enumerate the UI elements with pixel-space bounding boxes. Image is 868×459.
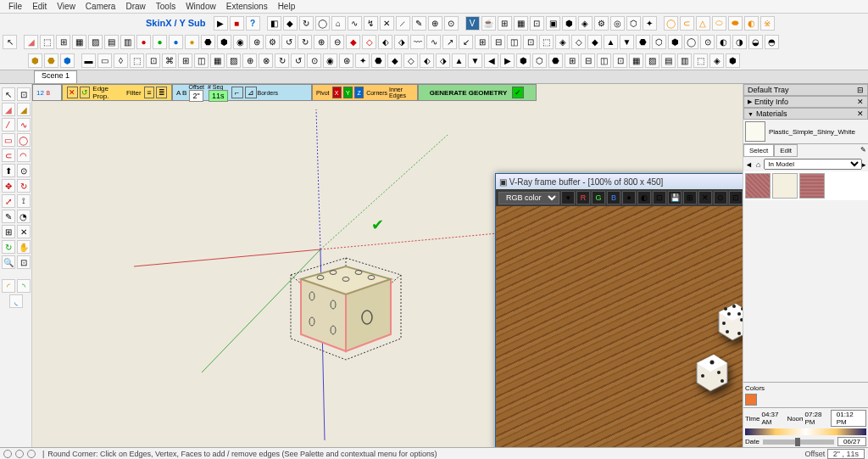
tool-icon[interactable]: ✎ bbox=[412, 16, 426, 31]
tool-icon[interactable]: ⊞ bbox=[498, 16, 512, 31]
vfb-r-channel[interactable]: R bbox=[576, 191, 590, 204]
tool-icon[interactable]: △ bbox=[696, 16, 710, 31]
rc-profile-icon[interactable]: ⊿ bbox=[245, 87, 257, 98]
tool-icon[interactable]: ◠ bbox=[17, 148, 31, 162]
tool-icon[interactable]: ⊟ bbox=[581, 53, 595, 68]
tool-icon[interactable]: ⬣ bbox=[636, 35, 650, 49]
tool-icon[interactable]: ⬣ bbox=[371, 53, 386, 68]
rc-offset-input[interactable]: 2" bbox=[189, 90, 203, 102]
tool-icon[interactable]: ◫ bbox=[597, 53, 611, 68]
status-icon[interactable] bbox=[3, 450, 12, 458]
tool-icon[interactable]: ⬢ bbox=[60, 53, 75, 68]
tool-icon[interactable]: ⊙ bbox=[700, 35, 715, 49]
vray-icon[interactable]: V bbox=[465, 16, 480, 31]
time-slider[interactable] bbox=[745, 428, 866, 435]
tool-icon[interactable]: ⊡ bbox=[17, 87, 31, 101]
vfb-channel-select[interactable]: RGB color bbox=[498, 192, 559, 204]
model-cube[interactable] bbox=[282, 228, 409, 381]
rc-filter[interactable]: Filter bbox=[126, 89, 142, 97]
tool-icon[interactable]: ◇ bbox=[403, 53, 418, 68]
vfb-b-channel[interactable]: B bbox=[607, 191, 620, 204]
tool-icon[interactable]: ⬚ bbox=[539, 35, 554, 49]
menu-edit[interactable]: Edit bbox=[27, 2, 52, 11]
help-icon[interactable]: ? bbox=[246, 16, 260, 31]
rc-generate-button[interactable]: GENERATE GEOMETRY bbox=[430, 89, 508, 97]
tool-icon[interactable]: 〰 bbox=[410, 35, 425, 49]
eraser-icon[interactable]: ◢ bbox=[24, 35, 38, 49]
tool-icon[interactable]: ⊞ bbox=[56, 35, 70, 49]
rc-go-icon[interactable]: ✓ bbox=[512, 87, 524, 98]
tool-icon[interactable]: ⊕ bbox=[242, 53, 257, 68]
tool-icon[interactable]: ▶ bbox=[500, 53, 515, 68]
tool-icon[interactable]: ◯ bbox=[315, 16, 330, 31]
rc-close-icon[interactable]: ✕ bbox=[67, 87, 78, 98]
tool-icon[interactable]: ◒ bbox=[748, 35, 763, 49]
tool-icon[interactable]: ▭ bbox=[97, 53, 112, 68]
rc-corners[interactable]: Corners bbox=[366, 90, 387, 96]
rc-check-icon[interactable]: ↺ bbox=[80, 87, 91, 98]
tool-icon[interactable]: ▦ bbox=[210, 53, 225, 68]
play-icon[interactable]: ▶ bbox=[214, 16, 228, 31]
tool-icon[interactable]: ● bbox=[153, 35, 167, 49]
rc-seg-input[interactable]: 11s bbox=[209, 90, 228, 102]
tool-icon[interactable]: ※ bbox=[760, 16, 775, 31]
tool-icon[interactable]: ◎ bbox=[610, 16, 625, 31]
vfb-g-channel[interactable]: G bbox=[592, 191, 605, 204]
tool-icon[interactable]: ▨ bbox=[645, 53, 659, 68]
tool-icon[interactable]: ◐ bbox=[744, 16, 759, 31]
rc-filter-icon[interactable]: ≡ bbox=[144, 87, 155, 98]
tool-icon[interactable]: ✦ bbox=[643, 16, 657, 31]
push-pull-icon[interactable]: ⬆ bbox=[2, 164, 15, 177]
material-thumb[interactable] bbox=[799, 173, 825, 199]
tool-icon[interactable]: ▲ bbox=[604, 35, 618, 49]
tool-icon[interactable]: ∿ bbox=[426, 35, 441, 49]
move-icon[interactable]: ✥ bbox=[2, 179, 15, 193]
tool-icon[interactable]: ◉ bbox=[323, 53, 337, 68]
tool-icon[interactable]: ↻ bbox=[298, 35, 312, 49]
tool-icon[interactable]: ⬡ bbox=[532, 53, 547, 68]
tool-icon[interactable]: ⬗ bbox=[436, 53, 450, 68]
tool-icon[interactable]: ☕ bbox=[481, 16, 496, 31]
tool-icon[interactable]: ⬡ bbox=[652, 35, 666, 49]
tool-icon[interactable]: ▤ bbox=[661, 53, 676, 68]
tool-icon[interactable]: ⊂ bbox=[680, 16, 694, 31]
tool-icon[interactable]: ● bbox=[185, 35, 199, 49]
rc-z-axis[interactable]: Z bbox=[354, 87, 364, 98]
tool-icon[interactable]: ↻ bbox=[275, 53, 289, 68]
tool-icon[interactable]: ⬢ bbox=[668, 35, 682, 49]
tool-icon[interactable]: ↙ bbox=[459, 35, 473, 49]
tool-icon[interactable]: ▤ bbox=[104, 35, 119, 49]
record-icon[interactable]: ■ bbox=[230, 16, 244, 31]
tool-icon[interactable]: ◆ bbox=[587, 35, 602, 49]
circle-tool-icon[interactable]: ◯ bbox=[664, 16, 678, 31]
tool-icon[interactable]: ✕ bbox=[17, 225, 31, 238]
tool-icon[interactable]: ⬬ bbox=[728, 16, 743, 31]
rc-pivot[interactable]: Pivot bbox=[316, 90, 330, 96]
circle-tool-icon[interactable]: ◯ bbox=[17, 133, 31, 147]
menu-window[interactable]: Window bbox=[181, 2, 221, 11]
tool-icon[interactable]: ↻ bbox=[299, 16, 314, 31]
date-value[interactable]: 06/27 bbox=[837, 437, 866, 446]
tool-icon[interactable]: ⬚ bbox=[693, 53, 708, 68]
eyedropper-icon[interactable]: ✎ bbox=[859, 144, 868, 157]
tool-icon[interactable]: ⊙ bbox=[444, 16, 459, 31]
tool-icon[interactable]: ⟋ bbox=[396, 16, 410, 31]
vfb-dropdown-icon[interactable]: ▾ bbox=[561, 191, 575, 204]
vfb-render[interactable] bbox=[496, 206, 743, 448]
menu-draw[interactable]: Draw bbox=[120, 2, 150, 11]
material-thumb[interactable] bbox=[772, 173, 798, 199]
tool-icon[interactable]: ⊞ bbox=[2, 225, 15, 238]
tool-icon[interactable]: ◀ bbox=[484, 53, 498, 68]
tool-icon[interactable]: ⊙ bbox=[307, 53, 321, 68]
vfb-tool-icon[interactable]: ⊙ bbox=[714, 191, 727, 204]
tool-icon[interactable]: ⊕ bbox=[428, 16, 442, 31]
tool-icon[interactable]: ⬢ bbox=[516, 53, 531, 68]
tool-icon[interactable]: ▬ bbox=[81, 53, 96, 68]
vfb-tool-icon[interactable]: ◐ bbox=[637, 191, 651, 204]
tool-icon[interactable]: ▨ bbox=[226, 53, 241, 68]
gear-icon[interactable]: ⚙ bbox=[265, 35, 280, 49]
tool-icon[interactable]: ◓ bbox=[765, 35, 779, 49]
rc-borders-label[interactable]: Borders bbox=[258, 90, 279, 96]
tool-icon[interactable]: ◐ bbox=[716, 35, 731, 49]
tool-icon[interactable]: ● bbox=[169, 35, 183, 49]
